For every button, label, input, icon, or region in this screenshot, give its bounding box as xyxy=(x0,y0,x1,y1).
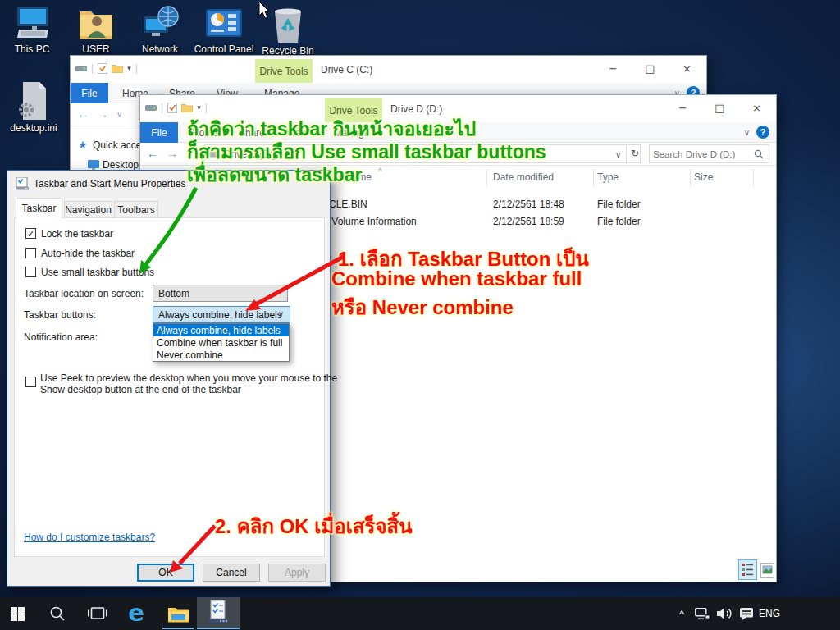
ribbon-collapse-icon[interactable]: ∨ xyxy=(744,128,750,137)
taskbar-location-value: Bottom xyxy=(158,288,189,299)
network-icon xyxy=(695,608,710,620)
help-button[interactable]: ? xyxy=(756,126,769,139)
desktop-icon-control-panel[interactable]: Control Panel xyxy=(192,5,256,55)
address-dropdown-icon[interactable]: ∨ xyxy=(615,150,621,159)
dropdown-option-never-combine[interactable]: Never combine xyxy=(153,349,289,361)
new-folder-icon xyxy=(112,64,123,73)
ok-button[interactable]: OK xyxy=(137,564,194,582)
small-buttons-checkbox[interactable] xyxy=(25,267,36,277)
tab-navigation[interactable]: Navigation xyxy=(64,201,112,218)
cancel-button[interactable]: Cancel xyxy=(203,564,260,582)
search-input[interactable] xyxy=(653,146,750,162)
combobox-dropdown-icon[interactable]: ∨ xyxy=(278,309,284,318)
back-button[interactable]: ← xyxy=(147,147,158,160)
tab-manage[interactable]: Manage xyxy=(334,122,369,143)
thumbnail-view-button[interactable] xyxy=(760,563,774,578)
customize-taskbars-link[interactable]: How do I customize taskbars? xyxy=(24,532,155,543)
control-panel-icon xyxy=(203,5,245,43)
file-type: File folder xyxy=(597,216,641,227)
title-bar[interactable]: | ▾ | Drive Tools Drive D (D:) − □ × xyxy=(140,95,776,122)
desktop: This PC USER Network xyxy=(0,0,840,630)
qat-customize-icon[interactable]: ▾ xyxy=(127,64,131,72)
desktop-icon-desktop-ini[interactable]: desktop.ini xyxy=(2,80,66,134)
tab-toolbars[interactable]: Toolbars xyxy=(114,201,158,218)
action-center-icon[interactable] xyxy=(738,607,755,621)
taskbar-location-label: Taskbar location on screen: xyxy=(24,288,144,299)
edge-button[interactable]: e xyxy=(123,599,149,627)
column-divider[interactable] xyxy=(690,169,691,187)
lock-taskbar-label[interactable]: Lock the taskbar xyxy=(41,228,113,240)
quick-access-toolbar[interactable]: | ▾ | xyxy=(145,102,208,113)
use-peek-label-line2[interactable]: Show desktop button at the end of the ta… xyxy=(40,384,241,395)
minimize-button[interactable]: − xyxy=(595,57,632,80)
maximize-button[interactable]: □ xyxy=(701,96,738,120)
taskbar-properties-app-button[interactable] xyxy=(197,597,240,628)
autohide-taskbar-checkbox[interactable] xyxy=(25,248,36,258)
back-button[interactable]: ← xyxy=(77,107,89,121)
use-peek-label-line1[interactable]: Use Peek to preview the desktop when you… xyxy=(40,372,337,384)
drive-tools-tab[interactable]: Drive Tools xyxy=(325,98,382,122)
nav-item-desktop[interactable]: Desktop xyxy=(103,159,139,171)
close-button[interactable]: × xyxy=(669,57,705,80)
recycle-bin-icon xyxy=(267,5,309,44)
forward-button[interactable]: → xyxy=(167,147,178,160)
address-bar[interactable]: Drive D (D:) ∨ ↻ xyxy=(204,144,641,163)
start-button[interactable] xyxy=(8,605,26,622)
column-header-size[interactable]: Size xyxy=(694,171,713,183)
tab-view[interactable]: View xyxy=(286,122,308,143)
column-divider[interactable] xyxy=(593,169,594,187)
file-menu-button[interactable]: File xyxy=(71,83,108,103)
volume-tray-icon[interactable] xyxy=(715,606,735,621)
qat-customize-icon[interactable]: ▾ xyxy=(197,103,201,112)
taskbar-properties-dialog: Taskbar and Start Menu Properties Taskba… xyxy=(7,170,331,587)
column-header-type[interactable]: Type xyxy=(597,171,619,183)
search-button[interactable] xyxy=(48,605,67,623)
autohide-taskbar-label[interactable]: Auto-hide the taskbar xyxy=(41,248,135,259)
column-divider[interactable] xyxy=(486,169,487,187)
maximize-button[interactable]: □ xyxy=(632,57,669,80)
network-icon xyxy=(139,5,181,43)
file-explorer-button[interactable] xyxy=(164,604,192,625)
recent-locations-icon[interactable]: ∨ xyxy=(116,110,122,119)
forward-button[interactable]: → xyxy=(97,107,108,121)
title-bar[interactable]: | ▾ | Drive Tools Drive C (C:) − □ × xyxy=(71,56,706,83)
search-box[interactable] xyxy=(649,144,769,163)
column-header-date[interactable]: Date modified xyxy=(493,171,554,183)
language-indicator[interactable]: ENG xyxy=(759,608,780,619)
quick-access-toolbar[interactable]: | ▾ | xyxy=(75,62,138,74)
explorer-running-indicator xyxy=(162,628,194,629)
taskbar-location-combobox[interactable]: Bottom xyxy=(153,285,288,302)
desktop-icon-label: desktop.ini xyxy=(2,122,66,134)
minimize-button[interactable]: − xyxy=(664,96,701,120)
search-icon xyxy=(754,149,764,159)
separator: | xyxy=(91,62,94,74)
up-button[interactable]: ↑ xyxy=(186,147,192,160)
dropdown-option-always-combine[interactable]: Always combine, hide labels xyxy=(153,324,289,336)
separator: | xyxy=(205,102,208,113)
file-menu-button[interactable]: File xyxy=(140,122,178,143)
network-tray-icon[interactable] xyxy=(693,607,711,620)
small-buttons-label[interactable]: Use small taskbar buttons xyxy=(41,267,154,278)
desktop-icon-network[interactable]: Network xyxy=(128,5,192,55)
column-divider[interactable] xyxy=(753,169,754,187)
refresh-icon[interactable]: ↻ xyxy=(631,148,639,159)
dropdown-option-combine-when-full[interactable]: Combine when taskbar is full xyxy=(153,336,289,349)
desktop-icon-this-pc[interactable]: This PC xyxy=(0,5,64,55)
lock-taskbar-checkbox[interactable]: ✓ xyxy=(25,228,36,239)
use-peek-checkbox[interactable] xyxy=(25,377,36,387)
tray-expand-icon[interactable]: ^ xyxy=(679,608,684,620)
taskbar-buttons-combobox[interactable]: Always combine, hide labels ∨ xyxy=(153,306,290,323)
dialog-icon xyxy=(16,177,30,190)
close-button[interactable]: × xyxy=(738,96,775,120)
desktop-icon-user-folder[interactable]: USER xyxy=(64,5,128,55)
details-view-button[interactable] xyxy=(738,559,757,580)
column-header-name[interactable]: Name xyxy=(345,171,372,183)
apply-button[interactable]: Apply xyxy=(268,564,326,582)
tab-home[interactable]: Home xyxy=(192,122,218,143)
task-view-button[interactable] xyxy=(86,606,109,621)
drive-tools-tab[interactable]: Drive Tools xyxy=(255,59,313,83)
tab-share[interactable]: Share xyxy=(239,122,265,143)
notification-icon xyxy=(740,608,754,621)
tab-taskbar[interactable]: Taskbar xyxy=(16,198,62,218)
ini-file-icon xyxy=(15,80,52,121)
